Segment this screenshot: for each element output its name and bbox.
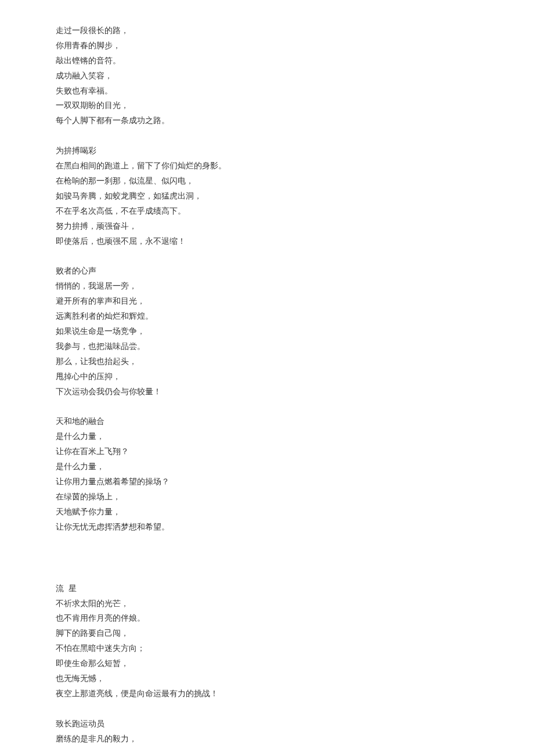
poem-line: 每个人脚下都有一条成功之路。 <box>56 113 478 128</box>
stanza: 为拚搏喝彩在黑白相间的跑道上，留下了你们灿烂的身影。在枪响的那一刹那，似流星、似… <box>56 143 478 249</box>
poem-line: 敲出铿锵的音符。 <box>56 53 478 69</box>
poem-line: 脚下的路要自己闯， <box>56 626 478 641</box>
poem-line: 为拚搏喝彩 <box>56 143 478 159</box>
poem-line: 走过一段很长的路， <box>56 23 478 38</box>
poem-line: 让你用力量点燃着希望的操场？ <box>56 474 478 489</box>
poem-line: 甩掉心中的压抑， <box>56 369 478 384</box>
poem-content: 走过一段很长的路，你用青春的脚步，敲出铿锵的音符。成功融入笑容，失败也有幸福。一… <box>56 23 478 747</box>
poem-line: 即使生命那么短暂， <box>56 656 478 671</box>
poem-line: 即使落后，也顽强不屈，永不退缩！ <box>56 234 478 249</box>
poem-line: 努力拚搏，顽强奋斗， <box>56 219 478 234</box>
poem-line: 败者的心声 <box>56 264 478 279</box>
poem-line: 天和地的融合 <box>56 414 478 429</box>
poem-line: 夜空上那道亮线，便是向命运最有力的挑战！ <box>56 686 478 701</box>
poem-line: 你用青春的脚步， <box>56 38 478 53</box>
poem-line: 如果说生命是一场竞争， <box>56 324 478 339</box>
poem-line: 不怕在黑暗中迷失方向； <box>56 641 478 656</box>
document-page: 走过一段很长的路，你用青春的脚步，敲出铿锵的音符。成功融入笑容，失败也有幸福。一… <box>0 0 534 756</box>
poem-line: 避开所有的掌声和目光， <box>56 294 478 309</box>
poem-line: 也无悔无憾， <box>56 671 478 686</box>
poem-line: 在绿茵的操场上， <box>56 489 478 505</box>
poem-line: 在枪响的那一刹那，似流星、似闪电， <box>56 174 478 189</box>
poem-line: 也不肯用作月亮的伴娘。 <box>56 611 478 626</box>
poem-line: 那么，让我也抬起头， <box>56 354 478 369</box>
poem-line: 不在乎名次高低，不在乎成绩高下。 <box>56 204 478 219</box>
stanza: 败者的心声悄悄的，我退居一旁，避开所有的掌声和目光，远离胜利者的灿烂和辉煌。如果… <box>56 264 478 399</box>
poem-line: 远离胜利者的灿烂和辉煌。 <box>56 309 478 324</box>
poem-line: 下次运动会我仍会与你较量！ <box>56 384 478 399</box>
poem-line: 天地赋予你力量， <box>56 505 478 520</box>
stanza: 走过一段很长的路，你用青春的脚步，敲出铿锵的音符。成功融入笑容，失败也有幸福。一… <box>56 23 478 128</box>
poem-line: 我参与，也把滋味品尝。 <box>56 339 478 354</box>
stanza: 天和地的融合是什么力量，让你在百米上飞翔？是什么力量，让你用力量点燃着希望的操场… <box>56 414 478 534</box>
poem-line: 致长跑运动员 <box>56 717 478 732</box>
poem-line: 让你无忧无虑挥洒梦想和希望。 <box>56 520 478 535</box>
stanza: 流 星不祈求太阳的光芒，也不肯用作月亮的伴娘。脚下的路要自己闯，不怕在黑暗中迷失… <box>56 581 478 701</box>
poem-line: 一双双期盼的目光， <box>56 98 478 113</box>
poem-line: 流 星 <box>56 581 478 596</box>
poem-line: 失败也有幸福。 <box>56 84 478 99</box>
stanza: 致长跑运动员磨练的是非凡的毅力， <box>56 717 478 747</box>
poem-line: 在黑白相间的跑道上，留下了你们灿烂的身影。 <box>56 159 478 174</box>
poem-line: 是什么力量， <box>56 459 478 474</box>
poem-line: 如骏马奔腾，如蛟龙腾空，如猛虎出洞， <box>56 189 478 204</box>
poem-line: 让你在百米上飞翔？ <box>56 444 478 459</box>
poem-line: 成功融入笑容， <box>56 69 478 84</box>
poem-line: 不祈求太阳的光芒， <box>56 596 478 611</box>
poem-line: 是什么力量， <box>56 429 478 444</box>
poem-line: 悄悄的，我退居一旁， <box>56 279 478 294</box>
poem-line: 磨练的是非凡的毅力， <box>56 732 478 747</box>
section-gap <box>56 550 478 581</box>
